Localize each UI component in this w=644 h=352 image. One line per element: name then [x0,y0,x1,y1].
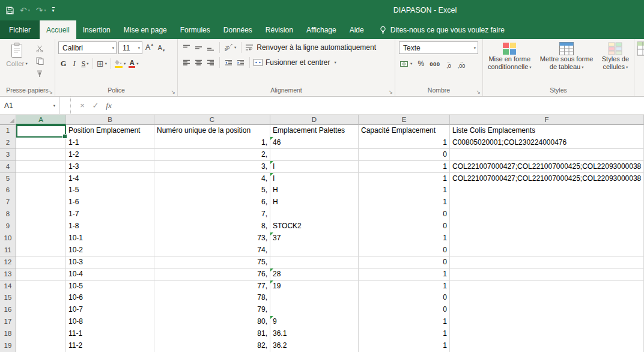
cell-C1[interactable]: Numéro unique de la position [154,125,270,138]
percent-style-button[interactable]: % [416,58,426,70]
row-header-19[interactable]: 19 [0,340,16,352]
cell-A19[interactable] [16,340,66,352]
align-bottom-button[interactable] [205,41,216,53]
cell-A13[interactable] [16,269,66,281]
cell-A7[interactable] [16,196,66,209]
cell-D5[interactable]: I [270,173,359,186]
cell-E5[interactable]: 1 [359,173,450,186]
cell-C17[interactable]: 80, [154,316,270,329]
cell-E19[interactable]: 1 [359,340,450,352]
enter-button[interactable]: ✓ [89,97,102,114]
column-header-A[interactable]: A [16,115,66,125]
cell-F5[interactable]: COL221007000427;COL221007000425;COL22093… [450,173,644,186]
format-painter-button[interactable] [34,68,46,79]
formula-input[interactable] [115,97,644,114]
cell-B6[interactable]: 1-5 [66,184,154,197]
row-header-3[interactable]: 3 [0,149,16,162]
row-header-17[interactable]: 17 [0,316,16,329]
cell-F15[interactable] [450,292,644,305]
cell-C12[interactable]: 75, [154,256,270,269]
cell-F12[interactable] [450,256,644,269]
cell-F3[interactable] [450,149,644,162]
row-header-14[interactable]: 14 [0,281,16,293]
number-format-select[interactable]: Texte▾ [399,41,478,54]
row-header-5[interactable]: 5 [0,173,16,186]
customize-quick-access-button[interactable]: ▾ [52,7,55,13]
conditional-formatting-button[interactable]: Mise en forme conditionnelle▾ [488,40,532,86]
cell-E10[interactable]: 1 [359,232,450,245]
cell-F11[interactable] [450,244,644,257]
cell-E15[interactable]: 0 [359,292,450,305]
wrap-text-button[interactable]: Renvoyer à la ligne automatiquement [245,43,376,52]
underline-button[interactable]: S▾ [80,58,90,70]
cell-A15[interactable] [16,292,66,305]
cell-B3[interactable]: 1-2 [66,149,154,162]
cell-C7[interactable]: 6, [154,196,270,209]
cell-B14[interactable]: 10-5 [66,281,154,293]
accounting-format-button[interactable]: ▾ [399,58,413,70]
cell-C6[interactable]: 5, [154,184,270,197]
cell-E9[interactable]: 0 [359,220,450,233]
cell-styles-button[interactable]: Styles de cellules▾ [602,40,629,86]
cell-F2[interactable]: C00805020001;COL230224000476 [450,137,644,150]
italic-button[interactable]: I [69,58,79,70]
cell-C2[interactable]: 1, [154,137,270,150]
cell-B11[interactable]: 10-2 [66,244,154,257]
cell-C8[interactable]: 7, [154,208,270,221]
tab-mise-en-page[interactable]: Mise en page [117,20,174,39]
format-as-table-button[interactable]: Mettre sous forme de tableau▾ [540,40,594,86]
cell-C4[interactable]: 3, [154,161,270,174]
dialog-launcher-icon[interactable]: ↘ [171,90,175,95]
comma-style-button[interactable]: 000 [428,58,441,70]
cell-F18[interactable] [450,328,644,341]
cell-C3[interactable]: 2, [154,149,270,162]
orientation-button[interactable]: ab▾ [223,41,237,53]
font-size-select[interactable]: 11▾ [118,41,142,54]
cell-B18[interactable]: 11-1 [66,328,154,341]
borders-button[interactable]: ⊞▾ [96,58,108,70]
increase-indent-button[interactable] [235,56,246,68]
row-header-15[interactable]: 15 [0,292,16,305]
cell-E14[interactable]: 1 [359,281,450,293]
cell-D15[interactable] [270,292,359,305]
cell-C19[interactable]: 82, [154,340,270,352]
paste-button[interactable]: Coller▾ [3,41,31,86]
tab-révision[interactable]: Révision [259,20,300,39]
cell-B13[interactable]: 10-4 [66,269,154,281]
cell-B7[interactable]: 1-6 [66,196,154,209]
tab-fichier[interactable]: Fichier [0,20,40,39]
cell-A4[interactable] [16,161,66,174]
tab-aide[interactable]: Aide [343,20,371,39]
cell-F9[interactable] [450,220,644,233]
cell-A14[interactable] [16,281,66,293]
tab-formules[interactable]: Formules [174,20,217,39]
cell-E2[interactable]: 1 [359,137,450,150]
cell-D6[interactable]: H [270,184,359,197]
cell-B2[interactable]: 1-1 [66,137,154,150]
cell-B15[interactable]: 10-6 [66,292,154,305]
cell-D11[interactable] [270,244,359,257]
cell-B4[interactable]: 1-3 [66,161,154,174]
cell-F4[interactable]: COL221007000427;COL221007000425;COL22093… [450,161,644,174]
row-header-9[interactable]: 9 [0,220,16,233]
cell-D2[interactable]: 46 [270,137,359,150]
cell-D13[interactable]: 28 [270,269,359,281]
cell-D17[interactable]: 9 [270,316,359,329]
cell-A17[interactable] [16,316,66,329]
increase-decimal-button[interactable]: ←,0 [444,58,454,70]
column-header-F[interactable]: F [450,115,644,125]
cell-C11[interactable]: 74, [154,244,270,257]
cell-D4[interactable]: I [270,161,359,174]
row-header-18[interactable]: 18 [0,328,16,341]
fill-color-button[interactable]: ▾ [114,58,127,70]
cell-A6[interactable] [16,184,66,197]
row-header-2[interactable]: 2 [0,137,16,150]
align-left-button[interactable] [181,56,192,68]
cell-A8[interactable] [16,208,66,221]
row-header-16[interactable]: 16 [0,304,16,317]
name-box[interactable]: A1▾ [0,97,60,114]
row-header-7[interactable]: 7 [0,196,16,209]
cell-D16[interactable] [270,304,359,317]
tab-données[interactable]: Données [217,20,259,39]
cell-A18[interactable] [16,328,66,341]
